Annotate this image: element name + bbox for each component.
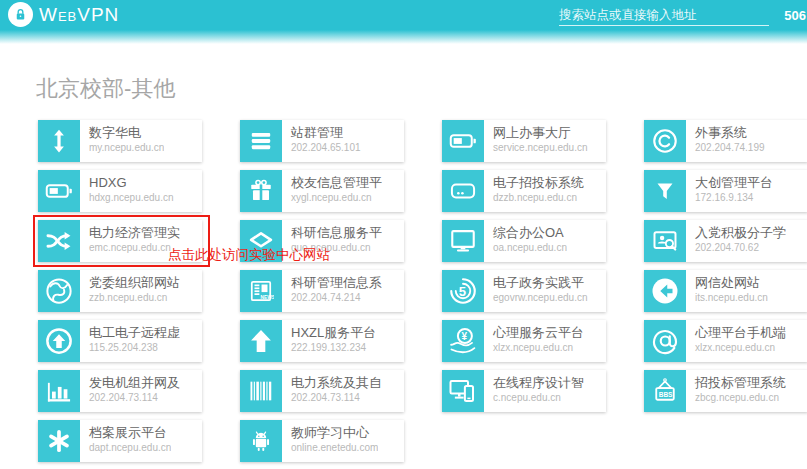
svg-text:5: 5	[459, 284, 466, 299]
service-url: 202.204.73.114	[89, 391, 180, 404]
copyright-icon	[644, 120, 686, 162]
service-url: my.ncepu.edu.cn	[89, 141, 164, 154]
service-card[interactable]: NEWS 科研管理信息系 202.204.74.214	[240, 270, 404, 312]
arrow-up-icon	[240, 320, 282, 362]
menu-icon	[240, 120, 282, 162]
service-url: 222.199.132.234	[291, 341, 376, 354]
android-icon	[240, 420, 282, 462]
service-card[interactable]: 在线程序设计智 c.ncepu.edu.cn	[442, 370, 606, 412]
service-url: xlzx.ncepu.edu.cn	[493, 341, 584, 354]
service-url: 202.204.65.101	[291, 141, 361, 154]
five-spiral-icon: 5	[442, 270, 484, 312]
service-title: HXZL服务平台	[291, 324, 376, 341]
service-url: zzb.ncepu.edu.cn	[89, 291, 180, 304]
service-title: 电力经济管理实	[89, 224, 180, 241]
globe-icon	[38, 270, 80, 312]
monitor-icon	[442, 220, 484, 262]
bar-chart-icon	[38, 370, 80, 412]
service-card[interactable]: 电力系统及其自 202.204.73.114	[240, 370, 404, 412]
service-url: dapt.ncepu.edu.cn	[89, 441, 171, 454]
service-url: 202.204.74.199	[695, 141, 765, 154]
card-grid: 数字华电 my.ncepu.edu.cn 站群管理 202.204.65.101…	[38, 120, 807, 462]
service-card[interactable]: BBS 招投标管理系统 zbcg.ncepu.edu.cn	[644, 370, 807, 412]
service-url: 202.204.70.62	[695, 241, 786, 254]
service-card[interactable]: HDXG hdxg.ncepu.edu.cn	[38, 170, 202, 212]
service-card[interactable]: 党委组织部网站 zzb.ncepu.edu.cn	[38, 270, 202, 312]
service-card[interactable]: 科研信息服务平 guo.ncepu.edu.cn	[240, 220, 404, 262]
service-title: 外事系统	[695, 124, 765, 141]
arrow-up-circle-icon	[38, 320, 80, 362]
service-card[interactable]: 发电机组并网及 202.204.73.114	[38, 370, 202, 412]
header-bar: WebVPN 506	[0, 0, 807, 30]
service-title: 招投标管理系统	[695, 374, 786, 391]
asterisk-icon	[38, 420, 80, 462]
service-card[interactable]: 校友信息管理平 xygl.ncepu.edu.cn	[240, 170, 404, 212]
service-title: 大创管理平台	[695, 174, 773, 191]
barcode-icon	[240, 370, 282, 412]
service-card[interactable]: 电工电子远程虚 115.25.204.238	[38, 320, 202, 362]
bbs-sign-icon: BBS	[644, 370, 686, 412]
service-card[interactable]: 档案展示平台 dapt.ncepu.edu.cn	[38, 420, 202, 462]
service-title: 站群管理	[291, 124, 361, 141]
service-url: emc.ncepu.edu.cn	[89, 241, 180, 254]
service-title: HDXG	[89, 174, 174, 191]
service-card[interactable]: 教师学习中心 online.enetedu.com	[240, 420, 404, 462]
service-title: 发电机组并网及	[89, 374, 180, 391]
service-card[interactable]: 网上办事大厅 service.ncepu.edu.cn	[442, 120, 606, 162]
service-title: 心理服务云平台	[493, 324, 584, 341]
service-url: egovrw.ncepu.edu.cn	[493, 291, 588, 304]
service-title: 科研管理信息系	[291, 274, 382, 291]
service-url: 202.204.74.214	[291, 291, 382, 304]
service-card[interactable]: 网信处网站 its.ncepu.edu.cn	[644, 270, 807, 312]
service-card[interactable]: 综合办公OA oa.ncepu.edu.cn	[442, 220, 606, 262]
service-card[interactable]: 外事系统 202.204.74.199	[644, 120, 807, 162]
service-card[interactable]: 入党积极分子学 202.204.70.62	[644, 220, 807, 262]
service-url: 172.16.9.134	[695, 191, 773, 204]
webvpn-logo: WebVPN	[8, 2, 119, 27]
svg-text:¥: ¥	[462, 331, 468, 342]
service-card[interactable]: 大创管理平台 172.16.9.134	[644, 170, 807, 212]
logo-text: WebVPN	[39, 4, 119, 26]
service-url: its.ncepu.edu.cn	[695, 291, 768, 304]
service-title: 电子政务实践平	[493, 274, 588, 291]
battery-icon	[38, 170, 80, 212]
service-card[interactable]: 心理平台手机端 xlzx.ncepu.edu.cn	[644, 320, 807, 362]
service-title: 党委组织部网站	[89, 274, 180, 291]
lock-icon	[8, 2, 33, 27]
service-url: xlzx.ncepu.edu.cn	[695, 341, 786, 354]
service-title: 网上办事大厅	[493, 124, 588, 141]
devices-icon	[442, 370, 484, 412]
service-url: hdxg.ncepu.edu.cn	[89, 191, 174, 204]
service-card[interactable]: 5 电子政务实践平 egovrw.ncepu.edu.cn	[442, 270, 606, 312]
svg-text:NEWS: NEWS	[261, 295, 274, 300]
service-title: 在线程序设计智	[493, 374, 584, 391]
service-url: 202.204.73.114	[291, 391, 382, 404]
service-url: oa.ncepu.edu.cn	[493, 241, 567, 254]
at-icon	[644, 320, 686, 362]
service-card[interactable]: ¥ 心理服务云平台 xlzx.ncepu.edu.cn	[442, 320, 606, 362]
gift-icon	[240, 170, 282, 212]
arrow-left-circle-icon	[644, 270, 686, 312]
service-title: 档案展示平台	[89, 424, 171, 441]
service-card[interactable]: 电子招投标系统 dzzb.ncepu.edu.cn	[442, 170, 606, 212]
page-title: 北京校部-其他	[36, 74, 175, 104]
drive-icon	[442, 170, 484, 212]
service-url: guo.ncepu.edu.cn	[291, 241, 382, 254]
service-card[interactable]: 数字华电 my.ncepu.edu.cn	[38, 120, 202, 162]
service-card[interactable]: 站群管理 202.204.65.101	[240, 120, 404, 162]
header-gradient	[0, 30, 807, 44]
news-icon: NEWS	[240, 270, 282, 312]
svg-text:BBS: BBS	[659, 391, 673, 398]
service-title: 电工电子远程虚	[89, 324, 180, 341]
service-url: xygl.ncepu.edu.cn	[291, 191, 382, 204]
service-title: 电力系统及其自	[291, 374, 382, 391]
service-title: 教师学习中心	[291, 424, 378, 441]
service-title: 校友信息管理平	[291, 174, 382, 191]
service-url: service.ncepu.edu.cn	[493, 141, 588, 154]
layers-icon	[240, 220, 282, 262]
service-card[interactable]: 电力经济管理实 emc.ncepu.edu.cn	[38, 220, 202, 262]
search-input[interactable]	[559, 5, 769, 26]
service-title: 电子招投标系统	[493, 174, 584, 191]
service-card[interactable]: HXZL服务平台 222.199.132.234	[240, 320, 404, 362]
header-badge: 506	[784, 8, 806, 23]
